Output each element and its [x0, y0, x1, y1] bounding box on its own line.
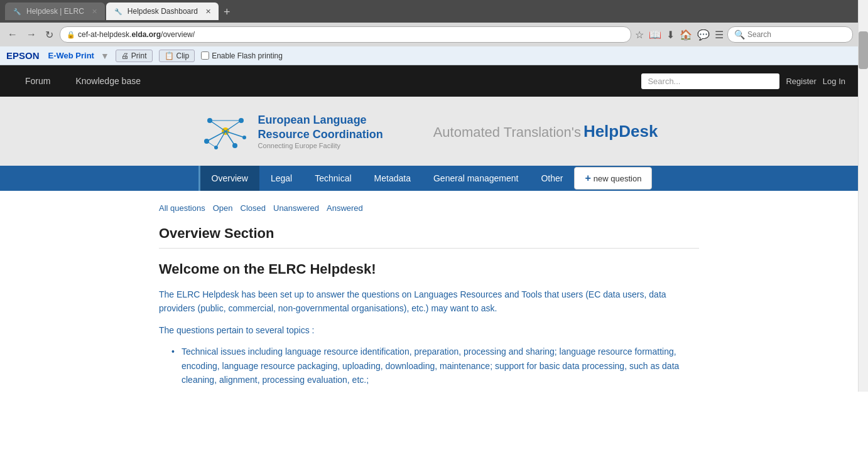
epson-ewebprint-label: E-Web Print — [48, 51, 94, 60]
scrollbar-thumb[interactable] — [859, 31, 868, 69]
section-nav-other[interactable]: Other — [529, 166, 574, 191]
section-nav-metadata[interactable]: Metadata — [363, 166, 422, 191]
epson-logo: EPSON — [6, 50, 40, 61]
clip-icon: 📋 — [165, 51, 174, 60]
reader-icon[interactable]: 📖 — [649, 29, 661, 41]
scrollbar[interactable] — [858, 0, 868, 392]
register-link[interactable]: Register — [786, 77, 816, 86]
plus-icon: + — [585, 173, 590, 184]
flash-checkbox-label[interactable]: Enable Flash printing — [201, 51, 283, 60]
org-tagline: Connecting Europe Facility — [258, 142, 383, 149]
chat-icon[interactable]: 💬 — [697, 29, 710, 41]
print-button[interactable]: 🖨 Print — [116, 50, 153, 62]
nav-forum[interactable]: Forum — [13, 66, 63, 96]
svg-line-10 — [225, 131, 235, 146]
filter-links: All questions Open Closed Unanswered Ans… — [159, 203, 699, 213]
hero-tagline: Automated Translation's HelpDesk — [433, 122, 658, 141]
download-icon[interactable]: ⬇ — [666, 29, 675, 41]
reload-button[interactable]: ↻ — [43, 28, 56, 42]
new-tab-button[interactable]: + — [220, 4, 234, 20]
tab-close-1[interactable]: ✕ — [92, 8, 97, 16]
intro-paragraph: The ELRC Helpdesk has been set up to ans… — [159, 287, 699, 316]
bookmark-icon[interactable]: ☆ — [635, 29, 644, 41]
printer-icon: 🖨 — [121, 51, 129, 60]
tab-label-2: Helpdesk Dashboard — [127, 7, 198, 16]
hero-logo-text: European Language Resource Coordination … — [258, 113, 383, 150]
tab-favicon-2: 🔧 — [114, 7, 122, 16]
bullet-item-1: Technical issues including language reso… — [171, 345, 699, 387]
new-question-label: new question — [594, 174, 642, 183]
search-icon: 🔍 — [734, 30, 745, 40]
forward-button[interactable]: → — [24, 28, 39, 41]
filter-unanswered[interactable]: Unanswered — [273, 203, 319, 213]
address-bar[interactable]: 🔒 cef-at-helpdesk.elda.org/overview/ — [60, 26, 631, 43]
tab-favicon-1: 🔧 — [13, 7, 21, 16]
epson-divider: ▼ — [100, 51, 109, 61]
menu-icon[interactable]: ☰ — [715, 29, 724, 41]
section-nav-technical[interactable]: Technical — [303, 166, 362, 191]
browser-search-bar[interactable]: 🔍 — [727, 26, 853, 43]
back-button[interactable]: ← — [5, 28, 20, 41]
section-nav-general[interactable]: General management — [422, 166, 529, 191]
browser-tab-2[interactable]: 🔧 Helpdesk Dashboard ✕ — [106, 3, 219, 20]
helpdesk-bold: HelpDesk — [583, 122, 658, 141]
login-link[interactable]: Log In — [823, 77, 845, 86]
hero-logo: European Language Resource Coordination … — [200, 111, 383, 152]
clip-button[interactable]: 📋 Clip — [159, 50, 195, 62]
filter-answered[interactable]: Answered — [327, 203, 363, 213]
section-navigation: Overview Legal Technical Metadata Genera… — [198, 166, 660, 191]
org-logo-graphic — [200, 111, 251, 152]
bullet-list: Technical issues including language reso… — [171, 345, 699, 387]
filter-open[interactable]: Open — [213, 203, 233, 213]
tab-label-1: Helpdesk | ELRC — [26, 7, 84, 16]
content-area: All questions Open Closed Unanswered Ans… — [146, 191, 712, 392]
svg-line-7 — [210, 121, 225, 131]
svg-line-11 — [225, 131, 244, 137]
hero-banner: European Language Resource Coordination … — [175, 97, 683, 166]
browser-search-input[interactable] — [747, 30, 846, 39]
browser-tab-1[interactable]: 🔧 Helpdesk | ELRC ✕ — [5, 3, 105, 20]
section-nav-legal[interactable]: Legal — [259, 166, 303, 191]
section-title: Overview Section — [159, 225, 699, 249]
svg-line-8 — [225, 121, 241, 131]
tab-close-2[interactable]: ✕ — [205, 8, 211, 16]
org-title-line1: European Language — [258, 113, 383, 127]
org-title-line2: Resource Coordination — [258, 127, 383, 142]
topics-intro: The questions pertain to several topics … — [159, 323, 699, 337]
helpdesk-label: Automated Translation's — [433, 124, 581, 140]
flash-checkbox[interactable] — [201, 51, 209, 60]
filter-closed[interactable]: Closed — [241, 203, 266, 213]
address-text: cef-at-helpdesk.elda.org/overview/ — [78, 30, 195, 39]
lock-icon: 🔒 — [67, 31, 75, 39]
nav-knowledge-base[interactable]: Knowledge base — [63, 66, 153, 96]
new-question-button[interactable]: + new question — [574, 167, 652, 190]
app-search-input[interactable] — [641, 73, 779, 89]
app-navigation: Forum Knowledge base Register Log In — [0, 65, 858, 97]
section-nav-overview[interactable]: Overview — [198, 166, 259, 191]
filter-all-questions[interactable]: All questions — [159, 203, 205, 213]
svg-line-14 — [207, 141, 216, 148]
welcome-title: Welcome on the ELRC Helpdesk! — [159, 261, 699, 277]
home-icon[interactable]: 🏠 — [680, 29, 692, 41]
